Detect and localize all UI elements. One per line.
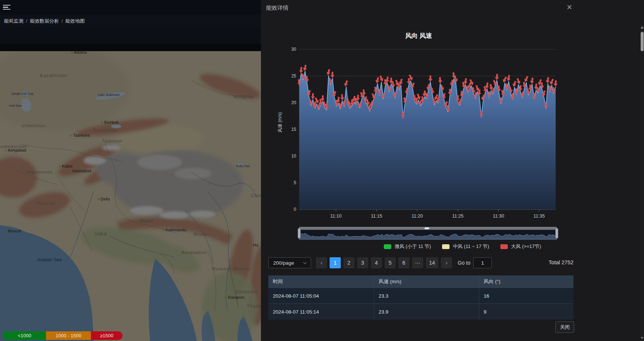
filter-bar: 查询方式 年度查询 年份选择 2024 装载状态 装载 — [0, 27, 261, 44]
city-marker-dot — [71, 52, 73, 53]
y-tick-label: 5 — [294, 180, 296, 185]
map-city-label: Ashgabad — [5, 148, 26, 152]
hamburger-menu-icon[interactable] — [3, 5, 10, 10]
breadcrumb-separator: / — [26, 18, 27, 24]
page-button-6[interactable]: 6 — [398, 257, 409, 268]
table-row[interactable]: 2024-08-07 11:05:1423.99 — [268, 304, 573, 320]
map-country-label: China — [251, 193, 261, 198]
prev-page-button[interactable]: ‹ — [316, 257, 327, 268]
legend-item[interactable]: 中风 (11 ~ 17 节) — [442, 243, 489, 250]
legend-item[interactable]: 微风 (小于 11 节) — [384, 243, 431, 250]
page-button-14[interactable]: 14 — [426, 257, 438, 268]
scroll-up-icon[interactable] — [641, 26, 644, 29]
map-city-label: Astana — [71, 51, 86, 54]
wind-direction-arrow — [343, 80, 349, 87]
x-tick-label: 11:35 — [533, 213, 545, 219]
table-cell: 23.3 — [374, 288, 479, 304]
scrollbar[interactable] — [640, 24, 644, 341]
map-city-label: Islamabad — [69, 169, 91, 173]
wind-direction-arrow — [326, 69, 331, 76]
page-button-1[interactable]: 1 — [330, 257, 341, 268]
map-country-label: Bhutan — [194, 232, 209, 236]
close-icon[interactable]: ✕ — [565, 3, 574, 11]
goto-label: Go to — [458, 260, 470, 266]
wind-direction-arrow — [523, 76, 529, 83]
map-water-label: Arabian Sea — [37, 257, 62, 262]
map-country-label: Kazakhstan — [40, 73, 67, 78]
page-size-select[interactable]: 200/page — [268, 257, 311, 268]
table-cell: 16 — [479, 288, 573, 304]
city-marker-dot — [163, 229, 164, 231]
legend-swatch — [500, 244, 508, 249]
map-city-label: Muscat — [5, 229, 21, 233]
energy-detail-modal: 能效详情 ✕ 风向 风速 风速 (m/s) 05101520253011:101… — [261, 0, 644, 341]
map-legend-segment[interactable]: 1000 - 1500 — [46, 331, 91, 340]
close-button[interactable]: 关闭 — [555, 321, 574, 333]
map-city-label: Ha — [250, 243, 258, 247]
scrollbar-thumb[interactable] — [641, 32, 644, 51]
map-area[interactable]: KazakhstanMongoliaUzbekistanKyrgyzstanTa… — [0, 51, 261, 341]
chart-legend: 微风 (小于 11 节)中风 (11 ~ 17 节)大风 (>=17节) — [299, 243, 626, 250]
top-header-bar — [0, 0, 261, 15]
page-button-3[interactable]: 3 — [357, 257, 368, 268]
table-cell: 2024-08-07 11:05:04 — [268, 288, 374, 304]
legend-item[interactable]: 大风 (>=17节) — [500, 243, 541, 250]
table-row[interactable]: 2024-08-07 11:05:0423.316 — [268, 288, 573, 304]
column-header: 时间 — [268, 275, 374, 288]
wind-direction-arrow — [302, 64, 308, 72]
city-marker-dot — [225, 297, 227, 298]
breadcrumb: 能耗监测/能效数据分析/能效地图 — [4, 18, 85, 24]
map-country-label: India — [95, 231, 107, 236]
more-pages-button[interactable]: ··· — [412, 257, 423, 268]
y-tick-label: 20 — [291, 100, 297, 105]
wind-direction-arrow — [438, 77, 442, 83]
map-legend-segment[interactable]: ≥1500 — [91, 331, 122, 340]
map-country-label: Uzbekistan — [22, 123, 45, 128]
left-app: 能耗监测/能效数据分析/能效地图 查询方式 年度查询 年份选择 2024 装载状… — [0, 0, 261, 341]
map-legend-segment[interactable]: <1000 — [3, 331, 46, 340]
datazoom-left-handle[interactable] — [298, 228, 301, 238]
x-tick-label: 11:20 — [412, 213, 423, 219]
column-header: 风速 (m/s) — [374, 275, 479, 288]
breadcrumb-item[interactable]: 能耗监测 — [4, 18, 23, 24]
scroll-down-icon[interactable] — [641, 337, 644, 339]
x-tick-label: 11:25 — [452, 213, 463, 219]
wind-direction-arrow — [553, 80, 558, 86]
y-tick-label: 15 — [291, 127, 297, 132]
y-tick-label: 25 — [291, 73, 297, 79]
wind-direction-arrow — [375, 77, 380, 84]
chart-title: 风向 风速 — [261, 32, 576, 40]
map-country-label: Nepal — [140, 218, 153, 224]
city-marker-dot — [69, 170, 71, 172]
page-button-5[interactable]: 5 — [385, 257, 396, 268]
table-cell: 2024-08-07 11:05:14 — [268, 304, 374, 320]
wind-direction-arrow — [330, 72, 334, 78]
map-water-label: Small Aral Sea — [12, 92, 33, 96]
map-country-label: Cambodia — [236, 289, 257, 294]
breadcrumb-item[interactable]: 能效数据分析 — [30, 18, 59, 24]
map-city-label: Kathmandu — [163, 228, 186, 232]
goto-page-input[interactable] — [473, 257, 492, 268]
y-tick-label: 0 — [294, 207, 296, 212]
table-cell: 9 — [479, 304, 573, 320]
next-page-button[interactable]: › — [441, 257, 452, 268]
city-marker-dot — [59, 165, 61, 167]
map-country-label: Bangladesh — [182, 250, 207, 255]
map-water-label: Koko Nor — [236, 164, 250, 168]
map-country-label: Myanmar (Burma) — [212, 266, 251, 271]
x-tick-label: 11:10 — [330, 213, 341, 219]
page-button-2[interactable]: 2 — [343, 257, 354, 268]
breadcrumb-separator: / — [62, 18, 63, 24]
chart-y-axis-label: 风速 (m/s) — [277, 123, 283, 133]
map-water-label: Aral Sea — [9, 104, 22, 107]
datazoom-grip[interactable] — [425, 228, 429, 229]
breadcrumb-item[interactable]: 能效地图 — [65, 18, 85, 24]
wind-direction-arrow — [549, 78, 555, 86]
city-marker-dot — [101, 122, 103, 123]
data-table: 时间风速 (m/s)风向 (°)2024-08-07 11:05:0423.31… — [268, 275, 573, 320]
page-button-4[interactable]: 4 — [371, 257, 382, 268]
datazoom-right-handle[interactable] — [556, 228, 558, 238]
legend-swatch — [384, 244, 391, 249]
table-header-row: 时间风速 (m/s)风向 (°) — [268, 275, 573, 288]
wind-direction-arrow — [428, 76, 432, 82]
